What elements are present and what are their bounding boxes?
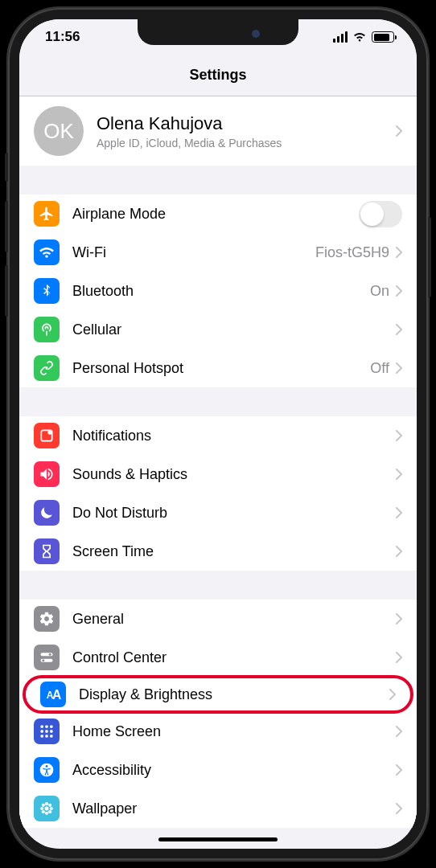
svg-rect-9	[45, 726, 47, 728]
svg-rect-12	[45, 730, 47, 732]
link-icon	[34, 355, 60, 381]
screen-time-row[interactable]: Screen Time	[19, 532, 417, 571]
row-label: Home Screen	[72, 723, 396, 740]
svg-point-3	[49, 653, 51, 656]
svg-point-19	[45, 807, 49, 811]
bluetooth-row[interactable]: BluetoothOn	[19, 272, 417, 310]
chevron-right-icon	[396, 247, 402, 258]
row-label: Accessibility	[72, 762, 396, 779]
svg-point-5	[42, 659, 44, 661]
row-detail: Off	[370, 360, 389, 377]
notifications-icon	[34, 423, 60, 448]
row-detail: On	[370, 283, 389, 300]
row-label: Cellular	[72, 321, 396, 338]
settings-group: GeneralControl CenterAADisplay & Brightn…	[19, 600, 417, 828]
status-icons	[333, 31, 395, 43]
phone-screen: 11:56 Settings OK Olena Kahujova Apple I…	[19, 19, 417, 849]
row-label: Display & Brightness	[79, 686, 389, 703]
settings-group: Airplane ModeWi-FiFios-tG5H9BluetoothOnC…	[19, 194, 417, 387]
sounds-haptics-row[interactable]: Sounds & Haptics	[19, 455, 417, 493]
battery-icon	[372, 31, 394, 43]
row-label: Personal Hotspot	[72, 360, 370, 377]
header: Settings	[19, 55, 417, 96]
svg-point-25	[48, 804, 51, 807]
row-label: Airplane Mode	[72, 206, 359, 223]
device-notch	[138, 19, 298, 45]
display-brightness-row[interactable]: AADisplay & Brightness	[23, 675, 413, 714]
airplane-mode-row[interactable]: Airplane Mode	[19, 194, 417, 233]
row-label: Bluetooth	[72, 283, 370, 300]
svg-rect-10	[50, 726, 52, 728]
personal-hotspot-row[interactable]: Personal HotspotOff	[19, 349, 417, 387]
chevron-right-icon	[396, 726, 402, 737]
chevron-right-icon	[396, 546, 402, 557]
row-label: Sounds & Haptics	[72, 466, 396, 483]
status-time: 11:56	[45, 29, 80, 45]
do-not-disturb-row[interactable]: Do Not Disturb	[19, 493, 417, 532]
chevron-right-icon	[396, 469, 402, 480]
chevron-right-icon	[396, 285, 402, 297]
row-label: General	[72, 611, 396, 628]
svg-point-21	[45, 812, 48, 815]
text-size-icon: AA	[40, 682, 66, 707]
chevron-right-icon	[396, 324, 402, 335]
general-row[interactable]: General	[19, 600, 417, 638]
wifi-row[interactable]: Wi-FiFios-tG5H9	[19, 233, 417, 272]
row-label: Notifications	[72, 428, 396, 444]
row-label: Control Center	[72, 649, 396, 666]
svg-rect-8	[41, 726, 43, 728]
settings-content[interactable]: OK Olena Kahujova Apple ID, iCloud, Medi…	[19, 96, 417, 828]
row-detail: Fios-tG5H9	[315, 244, 389, 261]
svg-text:A: A	[52, 688, 61, 702]
flower-icon	[34, 796, 60, 821]
svg-point-22	[40, 807, 43, 810]
chevron-right-icon	[396, 430, 402, 441]
cellular-signal-icon	[333, 31, 348, 43]
svg-point-24	[42, 804, 45, 807]
profile-name: Olena Kahujova	[97, 113, 396, 134]
chevron-right-icon	[396, 764, 402, 776]
phone-frame: 11:56 Settings OK Olena Kahujova Apple I…	[8, 8, 428, 860]
apple-id-row[interactable]: OK Olena Kahujova Apple ID, iCloud, Medi…	[19, 96, 417, 166]
grid-icon	[34, 719, 60, 744]
wifi-status-icon	[352, 31, 367, 43]
gear-icon	[34, 606, 60, 632]
home-indicator[interactable]	[158, 837, 278, 841]
antenna-icon	[34, 317, 60, 342]
chevron-right-icon	[396, 613, 402, 624]
wallpaper-row[interactable]: Wallpaper	[19, 789, 417, 828]
airplane-icon	[34, 201, 60, 227]
avatar: OK	[34, 106, 84, 156]
control-center-row[interactable]: Control Center	[19, 638, 417, 677]
svg-rect-16	[50, 735, 52, 737]
chevron-right-icon	[396, 803, 402, 814]
cellular-row[interactable]: Cellular	[19, 310, 417, 349]
svg-point-18	[46, 765, 48, 768]
speaker-icon	[34, 461, 60, 487]
settings-group: NotificationsSounds & HapticsDo Not Dist…	[19, 416, 417, 571]
chevron-right-icon	[389, 689, 396, 700]
chevron-right-icon	[396, 125, 402, 137]
svg-rect-11	[41, 730, 43, 732]
svg-rect-14	[41, 735, 43, 737]
svg-rect-15	[45, 735, 47, 737]
airplane-mode-toggle[interactable]	[359, 201, 402, 227]
svg-point-26	[42, 810, 45, 813]
moon-icon	[34, 500, 60, 526]
svg-point-27	[48, 810, 51, 813]
svg-point-23	[50, 807, 53, 810]
chevron-right-icon	[396, 362, 402, 374]
row-label: Wallpaper	[72, 800, 396, 817]
chevron-right-icon	[396, 507, 402, 518]
accessibility-row[interactable]: Accessibility	[19, 751, 417, 789]
row-label: Do Not Disturb	[72, 505, 396, 522]
svg-point-1	[47, 430, 52, 435]
hourglass-icon	[34, 538, 60, 564]
switches-icon	[34, 645, 60, 670]
notifications-row[interactable]: Notifications	[19, 416, 417, 455]
home-screen-row[interactable]: Home Screen	[19, 712, 417, 751]
bluetooth-icon	[34, 278, 60, 304]
wifi-icon	[34, 240, 60, 265]
row-label: Wi-Fi	[72, 244, 315, 261]
row-label: Screen Time	[72, 543, 396, 560]
